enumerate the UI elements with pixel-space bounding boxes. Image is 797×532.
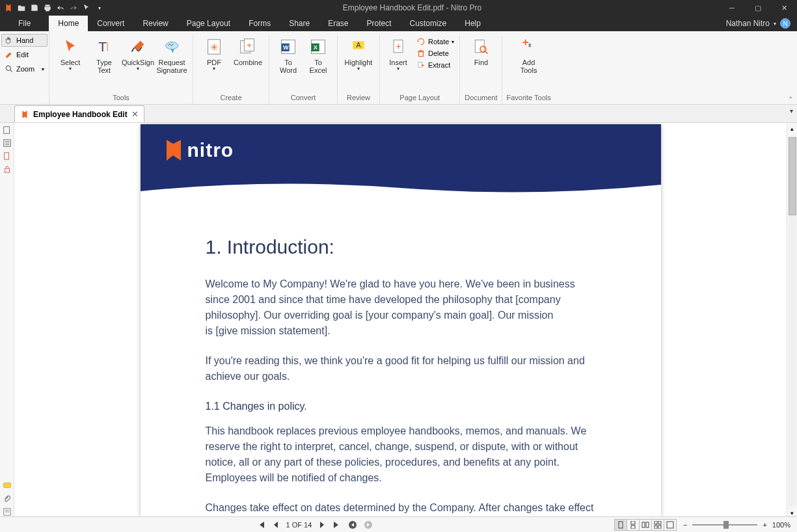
tab-protect[interactable]: Protect <box>358 16 401 31</box>
forward-view-button[interactable] <box>364 520 373 529</box>
tab-page-layout[interactable]: Page Layout <box>178 16 239 31</box>
view-single[interactable] <box>614 519 627 531</box>
svg-rect-31 <box>631 521 635 524</box>
svg-text:W: W <box>283 44 289 51</box>
edit-tool[interactable]: Edit <box>1 48 47 61</box>
to-word-button[interactable]: WTo Word <box>273 35 303 75</box>
zoom-tool[interactable]: Zoom▾ <box>1 62 47 75</box>
zoom-in-button[interactable]: + <box>763 521 766 529</box>
svg-text:+: + <box>396 41 401 51</box>
tab-share[interactable]: Share <box>280 16 319 31</box>
qa-more-icon[interactable]: ▾ <box>94 2 105 14</box>
document-canvas[interactable]: nitro 1. Introduction: Welcome to My Com… <box>14 123 787 516</box>
ribbon-tabs: File Home Convert Review Page Layout For… <box>0 16 797 31</box>
scrollbar[interactable]: ▴ ▾ <box>787 123 797 516</box>
zoom-slider[interactable] <box>692 524 757 525</box>
comments-panel-icon[interactable] <box>3 481 12 490</box>
close-tab-icon[interactable]: ✕ <box>131 109 139 119</box>
to-excel-button[interactable]: XTo Excel <box>303 35 333 75</box>
nitro-logo-icon <box>164 139 183 162</box>
last-page-button[interactable] <box>332 520 342 529</box>
svg-rect-39 <box>667 522 673 528</box>
paragraph: Changes take effect on dates determined … <box>206 500 596 516</box>
security-panel-icon[interactable] <box>3 165 12 174</box>
group-convert: WTo Word XTo Excel Convert <box>269 35 338 104</box>
hand-tool[interactable]: Hand <box>1 34 47 47</box>
first-page-button[interactable] <box>256 520 265 529</box>
back-view-button[interactable] <box>348 520 357 529</box>
collapse-ribbon-icon[interactable]: ⌃ <box>788 96 793 103</box>
page-body: 1. Introduction: Welcome to My Company! … <box>141 197 661 516</box>
find-button[interactable]: Find <box>464 35 498 68</box>
next-page-button[interactable] <box>318 521 326 529</box>
quick-access-toolbar: ▾ <box>0 2 105 14</box>
user-menu[interactable]: Nathan Nitro ▾ N <box>726 16 797 31</box>
pages-panel-icon[interactable] <box>3 126 12 135</box>
output-panel-icon[interactable] <box>3 507 12 516</box>
doc-tab[interactable]: Employee Handbook Edit ✕ <box>14 105 144 122</box>
save-icon[interactable] <box>29 2 40 14</box>
status-bar: 1 OF 14 − + 100% <box>0 516 797 532</box>
request-signature-button[interactable]: Request Signature <box>155 35 189 75</box>
svg-rect-33 <box>642 522 645 527</box>
tab-convert[interactable]: Convert <box>88 16 133 31</box>
group-label: Tools <box>113 94 129 104</box>
svg-text:A: A <box>357 41 361 49</box>
undo-icon[interactable] <box>55 2 66 14</box>
view-facing[interactable] <box>639 519 652 531</box>
delete-button[interactable]: Delete <box>415 48 455 59</box>
maximize-button[interactable]: ▢ <box>745 0 771 16</box>
close-button[interactable]: ✕ <box>771 0 797 16</box>
app-icon[interactable] <box>3 2 14 14</box>
group-favorite-tools: Add Tools Favorite Tools <box>502 35 554 104</box>
tab-forms[interactable]: Forms <box>239 16 280 31</box>
rotate-button[interactable]: Rotate ▾ <box>415 36 455 47</box>
svg-rect-34 <box>646 522 649 527</box>
redo-icon[interactable] <box>68 2 79 14</box>
scroll-thumb[interactable] <box>789 137 796 215</box>
zoom-out-button[interactable]: − <box>683 521 687 529</box>
paragraph: This handbook replaces previous employee… <box>206 423 596 486</box>
minimize-button[interactable]: ─ <box>719 0 745 16</box>
view-tools: Hand Edit Zoom▾ <box>0 31 49 104</box>
view-facing-continuous[interactable] <box>651 519 664 531</box>
doc-tab-title: Employee Handbook Edit <box>33 110 128 119</box>
scroll-up-icon[interactable]: ▴ <box>790 126 794 132</box>
layers-panel-icon[interactable] <box>3 152 12 161</box>
tab-home[interactable]: Home <box>49 16 88 31</box>
ribbon: Hand Edit Zoom▾ Select▾ TType Text Quick… <box>0 31 797 105</box>
view-continuous[interactable] <box>627 519 640 531</box>
nitro-logo: nitro <box>164 139 234 162</box>
tab-customize[interactable]: Customize <box>401 16 456 31</box>
print-icon[interactable] <box>42 2 53 14</box>
open-icon[interactable] <box>16 2 27 14</box>
tab-erase[interactable]: Erase <box>319 16 357 31</box>
select-button[interactable]: Select▾ <box>53 35 87 75</box>
prev-page-button[interactable] <box>272 521 280 529</box>
pdf-button[interactable]: ✳PDF▾ <box>197 35 231 73</box>
scroll-down-icon[interactable]: ▾ <box>790 510 794 516</box>
insert-button[interactable]: +Insert▾ <box>384 35 412 73</box>
bookmarks-panel-icon[interactable] <box>3 139 12 148</box>
paragraph: Welcome to My Company! We're glad to hav… <box>206 276 596 339</box>
file-tab[interactable]: File <box>0 16 49 31</box>
svg-text:+: + <box>247 40 252 50</box>
type-text-button[interactable]: TType Text <box>87 35 121 75</box>
tab-review[interactable]: Review <box>133 16 177 31</box>
window-title: Employee Handbook Edit.pdf - Nitro Pro <box>105 3 719 12</box>
extract-button[interactable]: Extract <box>415 60 455 70</box>
cursor-select-icon[interactable] <box>81 2 92 14</box>
view-fullscreen[interactable] <box>664 519 677 531</box>
svg-text:X: X <box>314 44 317 51</box>
user-name: Nathan Nitro <box>726 19 770 28</box>
highlight-button[interactable]: AHighlight▾ <box>342 35 375 73</box>
svg-rect-19 <box>418 62 422 67</box>
svg-rect-18 <box>419 52 424 57</box>
quicksign-button[interactable]: QuickSign▾ <box>121 35 155 75</box>
window-controls: ─ ▢ ✕ <box>719 0 797 16</box>
combine-button[interactable]: +Combine <box>231 35 265 73</box>
tab-help[interactable]: Help <box>455 16 490 31</box>
tabs-more-icon[interactable]: ▾ <box>790 107 793 114</box>
add-tools-button[interactable]: Add Tools <box>512 35 546 75</box>
attachments-panel-icon[interactable] <box>3 494 12 503</box>
